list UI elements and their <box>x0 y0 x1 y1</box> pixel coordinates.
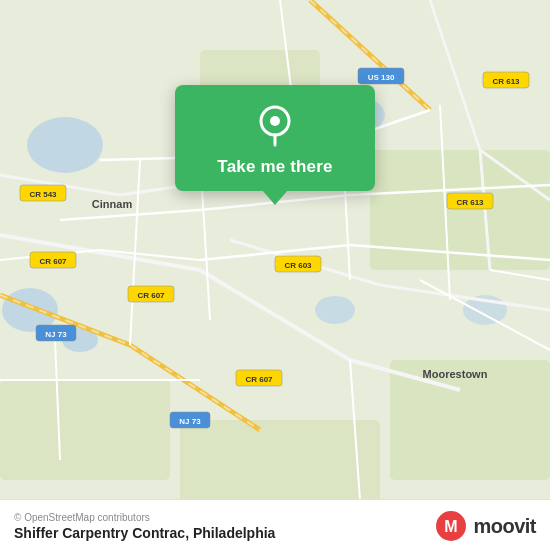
svg-text:CR 543: CR 543 <box>29 190 57 199</box>
svg-text:NJ 73: NJ 73 <box>179 417 201 426</box>
moovit-logo: M moovit <box>435 510 536 542</box>
bottom-bar: © OpenStreetMap contributors Shiffer Car… <box>0 499 550 550</box>
svg-text:CR 613: CR 613 <box>492 77 520 86</box>
svg-point-70 <box>270 116 280 126</box>
svg-text:CR 613: CR 613 <box>456 198 484 207</box>
svg-text:CR 603: CR 603 <box>284 261 312 270</box>
map-background: CR 543 CR 607 CR 607 CR 607 CR 613 CR 61… <box>0 0 550 550</box>
location-name-label: Shiffer Carpentry Contrac, Philadelphia <box>14 525 275 541</box>
moovit-icon: M <box>435 510 467 542</box>
svg-text:Moorestown: Moorestown <box>423 368 488 380</box>
bottom-left-info: © OpenStreetMap contributors Shiffer Car… <box>14 512 275 541</box>
svg-text:CR 607: CR 607 <box>39 257 67 266</box>
svg-text:CR 607: CR 607 <box>137 291 165 300</box>
svg-text:M: M <box>445 518 458 535</box>
osm-attribution: © OpenStreetMap contributors <box>14 512 275 523</box>
svg-text:CR 607: CR 607 <box>245 375 273 384</box>
location-pin-icon <box>253 103 297 147</box>
svg-point-1 <box>27 117 103 173</box>
svg-rect-9 <box>0 380 170 480</box>
take-me-there-label: Take me there <box>217 157 332 177</box>
svg-point-4 <box>315 296 355 324</box>
svg-text:US 130: US 130 <box>368 73 395 82</box>
svg-text:NJ 73: NJ 73 <box>45 330 67 339</box>
map-container: CR 543 CR 607 CR 607 CR 607 CR 613 CR 61… <box>0 0 550 550</box>
svg-text:Cinnam: Cinnam <box>92 198 133 210</box>
popup-card[interactable]: Take me there <box>175 85 375 191</box>
moovit-brand-text: moovit <box>473 515 536 538</box>
